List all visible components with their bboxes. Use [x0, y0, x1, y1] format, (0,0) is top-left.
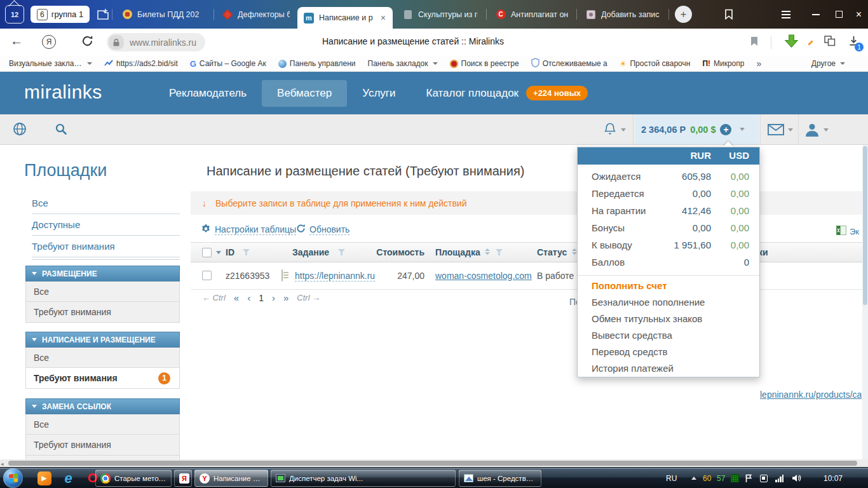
section-item[interactable]: Все: [26, 281, 179, 302]
pagination-first[interactable]: «: [234, 292, 239, 303]
taskbar-window-yandex[interactable]: Я: [174, 470, 192, 487]
notifications-bell-icon[interactable]: [604, 122, 616, 139]
profile-caret-icon[interactable]: [824, 128, 829, 132]
messages-caret-icon[interactable]: [788, 128, 793, 132]
column-status[interactable]: Статус: [537, 247, 567, 257]
media-player-icon[interactable]: ▶: [37, 471, 51, 485]
taskbar-window-chrome[interactable]: Старые методы лит...: [95, 470, 172, 487]
downloads-icon[interactable]: 1: [848, 36, 859, 49]
refresh-table-link[interactable]: Обновить: [296, 224, 349, 235]
tab-miralinks-active[interactable]: m Написание и р ×: [297, 7, 393, 29]
horizontal-scrollbar-thumb[interactable]: [8, 461, 857, 466]
filter-funnel-icon[interactable]: [496, 249, 503, 255]
menu-withdraw[interactable]: Вывести средства: [578, 327, 759, 344]
bell-caret-icon[interactable]: [621, 128, 626, 132]
bookmarks-overflow-button[interactable]: »: [756, 58, 761, 69]
yandex-logo-icon[interactable]: Я: [42, 35, 56, 49]
column-cost[interactable]: Стоимость: [369, 247, 424, 257]
cell-article-link[interactable]: lepninannk.ru/products/ca: [760, 390, 862, 400]
windows-update-icon[interactable]: [760, 468, 768, 488]
language-indicator[interactable]: RU: [666, 468, 677, 488]
filter-funnel-icon[interactable]: [338, 249, 345, 255]
sidebar-link-available[interactable]: Доступные: [32, 214, 180, 236]
section-item-active[interactable]: Требуют внимания 1: [26, 368, 179, 388]
new-tab-group-icon[interactable]: [95, 6, 111, 22]
menu-top-up[interactable]: Пополнить счет: [578, 278, 759, 294]
tab-sculptures[interactable]: Скульптуры из ги: [397, 0, 484, 29]
pagination-prev-ctrl[interactable]: ← Ctrl: [202, 293, 226, 302]
show-hidden-icons[interactable]: [691, 468, 696, 488]
bookmark-tracked[interactable]: Отслеживаемые а: [531, 58, 607, 69]
menu-transfer[interactable]: Перевод средств: [578, 344, 759, 360]
tab-counter-home-icon[interactable]: 12: [5, 5, 24, 24]
section-item[interactable]: Требуют внимания: [26, 302, 179, 322]
section-item[interactable]: Требуют внимания: [26, 435, 179, 455]
clock[interactable]: 10:07: [824, 468, 843, 488]
section-header-placement[interactable]: РАЗМЕЩЕНИЕ: [25, 266, 180, 281]
bookmark-control-panel[interactable]: Панель управлени: [278, 59, 356, 68]
tab-pdd[interactable]: Билеты ПДД 202: [116, 0, 212, 29]
new-tab-button[interactable]: +: [675, 6, 692, 23]
bookmark-micro[interactable]: П!Микропр: [702, 59, 744, 68]
lock-icon[interactable]: [109, 35, 124, 50]
tab-group-pill[interactable]: 6 группа 1: [31, 6, 90, 23]
bookmark-welding[interactable]: ☀Простой сварочн: [620, 59, 691, 69]
window-maximize-button[interactable]: [836, 0, 843, 29]
bookmarks-other-button[interactable]: Другое: [811, 59, 845, 68]
sidebar-link-attention[interactable]: Требуют внимания: [32, 236, 180, 257]
action-center-flag-icon[interactable]: [745, 468, 752, 488]
search-icon[interactable]: [55, 123, 67, 138]
menu-exchange[interactable]: Обмен титульных знаков: [578, 311, 759, 327]
bookmark-panel-folder[interactable]: Панель закладок: [368, 59, 438, 68]
row-checkbox[interactable]: [202, 271, 212, 280]
sidebar-link-all[interactable]: Все: [32, 193, 180, 214]
network-signal-icon[interactable]: [775, 468, 783, 488]
tab-add-record[interactable]: Добавить запись: [580, 0, 666, 29]
language-globe-icon[interactable]: [13, 122, 27, 139]
bookmark-google-sites[interactable]: GСайты – Google Ак: [190, 59, 266, 69]
cell-platform-link[interactable]: woman-cosmetolog.com: [435, 271, 532, 281]
nav-catalog[interactable]: Каталог площадок: [411, 80, 524, 107]
top-up-plus-icon[interactable]: +: [720, 124, 731, 135]
volume-speaker-icon[interactable]: [792, 468, 801, 488]
pagination-last[interactable]: »: [283, 292, 288, 303]
menu-payment-history[interactable]: История платежей: [578, 360, 759, 377]
window-minimize-button[interactable]: [812, 0, 820, 29]
side-panel-icon[interactable]: [724, 0, 733, 29]
nav-services[interactable]: Услуги: [347, 80, 410, 107]
bookmark-visual[interactable]: Визуальные закладки: [9, 59, 92, 68]
browser-menu-icon[interactable]: [782, 0, 790, 29]
vertical-scrollbar[interactable]: [862, 145, 868, 459]
tab-antiplagiat[interactable]: C Антиплагиат онл: [489, 0, 574, 29]
window-close-button[interactable]: ×: [856, 0, 862, 29]
savefrom-download-icon[interactable]: [784, 34, 799, 50]
bookmark-flag-icon[interactable]: [750, 36, 758, 49]
refresh-icon[interactable]: [81, 35, 93, 50]
horizontal-scrollbar[interactable]: ◂: [0, 459, 868, 467]
pagination-next[interactable]: ›: [272, 292, 275, 303]
section-header-links[interactable]: ЗАМЕНА ССЫЛОК: [25, 398, 180, 414]
taskbar-window-task-manager[interactable]: Диспетчер задач Wi...: [271, 470, 456, 487]
nav-advertiser[interactable]: Рекламодатель: [154, 80, 262, 107]
tab-deflectors[interactable]: Дефлекторы бок: [216, 0, 296, 29]
filter-funnel-icon[interactable]: [243, 249, 250, 255]
section-header-writing[interactable]: НАПИСАНИЕ И РАЗМЕЩЕНИЕ: [25, 332, 180, 348]
document-icon[interactable]: [281, 269, 283, 281]
taskbar-window-photo-viewer[interactable]: шея - Средство про...: [459, 470, 541, 487]
nav-webmaster[interactable]: Вебмастер: [262, 80, 347, 107]
bookmark-registry-search[interactable]: Поиск в реестре: [450, 59, 519, 68]
sort-arrows-icon[interactable]: [485, 248, 490, 255]
new-platforms-badge[interactable]: +224 новых: [526, 86, 588, 100]
column-id[interactable]: ID: [226, 247, 234, 257]
messages-envelope-icon[interactable]: [768, 124, 784, 138]
tab-close-icon[interactable]: ×: [381, 13, 386, 23]
bookmark-ads2bid[interactable]: https://ads2.bid/sit: [104, 59, 178, 69]
balance-caret-icon[interactable]: [740, 128, 745, 131]
monitor-value-yellow[interactable]: 60: [703, 468, 711, 488]
menu-cashless-top-up[interactable]: Безналичное пополнение: [578, 294, 759, 311]
internet-explorer-icon[interactable]: e: [61, 471, 76, 485]
checkbox-menu-caret-icon[interactable]: [216, 251, 221, 254]
balance-widget[interactable]: 2 364,06 Р 0,00 $ +: [635, 114, 759, 144]
site-logo[interactable]: miralinks: [24, 81, 102, 103]
section-item[interactable]: Все: [26, 414, 179, 435]
